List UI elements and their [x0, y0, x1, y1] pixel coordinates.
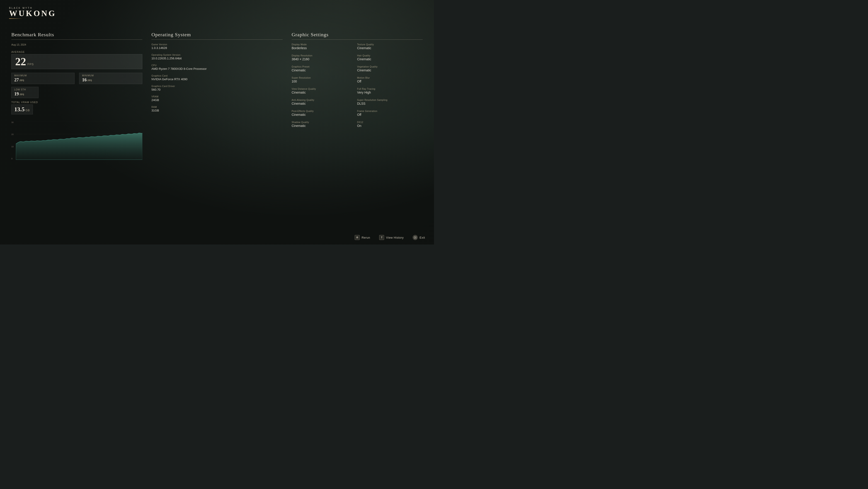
driver-value: 560.70 — [151, 88, 282, 91]
driver-label: Graphics Card Driver — [151, 85, 282, 88]
view-distance-label: View Distance Quality — [292, 88, 353, 90]
dx12-value: On — [357, 124, 418, 128]
average-value: 22 — [15, 56, 26, 67]
super-resolution-item: Super Resolution 100 — [292, 77, 357, 83]
low5th-unit: FPS — [20, 93, 24, 96]
full-ray-tracing-value: Very High — [357, 91, 418, 94]
maximum-label: Maximum — [14, 74, 72, 77]
display-mode-item: Display Mode Borderless — [292, 43, 357, 50]
minimum-unit: FPS — [88, 79, 92, 82]
game-version-label: Game Version — [151, 43, 282, 46]
ram-field: RAM 31GB — [151, 106, 282, 112]
vram-unit: GB — [26, 109, 30, 112]
anti-aliasing-value: Cinematic — [292, 102, 353, 105]
game-version-value: 1.0.3.14628 — [151, 46, 282, 50]
chart-canvas — [16, 121, 142, 160]
shadow-quality-label: Shadow Quality — [292, 121, 353, 123]
texture-quality-value: Cinematic — [357, 46, 418, 50]
vegetation-quality-value: Cinematic — [357, 68, 418, 72]
benchmark-title: Benchmark Results — [11, 32, 142, 40]
minimum-box: Minimum 16 FPS — [79, 73, 142, 84]
vegetation-quality-label: Vegetation Quality — [357, 65, 418, 68]
frame-generation-value: Off — [357, 113, 418, 117]
full-ray-tracing-item: Full Ray Tracing Very High — [357, 88, 423, 94]
benchmark-date: Aug 13, 2024 — [11, 43, 142, 46]
maximum-num: 27 FPS — [14, 77, 72, 83]
view-distance-value: Cinematic — [292, 91, 353, 94]
gpu-label: Graphics Card — [151, 74, 282, 77]
graphics-title: Graphic Settings — [292, 32, 423, 40]
vram-value-os: 24GB — [151, 98, 282, 102]
vram-value: 13.5 — [14, 106, 25, 113]
vegetation-quality-item: Vegetation Quality Cinematic — [357, 65, 423, 72]
os-title: Operating System — [151, 32, 282, 40]
maximum-unit: FPS — [20, 79, 24, 82]
frame-generation-item: Frame Generation Off — [357, 110, 423, 117]
hair-quality-label: Hair Quality — [357, 54, 418, 57]
motion-blur-value: Off — [357, 80, 418, 83]
minimum-num: 16 FPS — [82, 77, 140, 83]
graphics-column: Graphic Settings Display Mode Borderless… — [292, 32, 423, 132]
view-distance-item: View Distance Quality Cinematic — [292, 88, 357, 94]
gpu-value: NVIDIA GeForce RTX 4090 — [151, 78, 282, 81]
graphics-preset-label: Graphics Preset — [292, 65, 353, 68]
post-effects-label: Post-Effects Quality — [292, 110, 353, 113]
cpu-label: CPU — [151, 64, 282, 67]
shadow-quality-item: Shadow Quality Cinematic — [292, 121, 357, 128]
y-label-30: 30 — [11, 121, 15, 123]
anti-aliasing-item: Anti-Aliasing Quality Cinematic — [292, 99, 357, 105]
frame-generation-label: Frame Generation — [357, 110, 418, 113]
display-res-item: Display Resolution 3840 × 2160 — [292, 54, 357, 61]
maximum-box: Maximum 27 FPS — [11, 73, 74, 84]
shadow-quality-value: Cinematic — [292, 124, 353, 128]
hair-quality-value: Cinematic — [357, 57, 418, 61]
settings-grid: Display Mode Borderless Texture Quality … — [292, 43, 423, 132]
display-res-label: Display Resolution — [292, 54, 353, 57]
graphics-preset-value: Cinematic — [292, 68, 353, 72]
motion-blur-item: Motion Blur Off — [357, 77, 423, 83]
display-res-value: 3840 × 2160 — [292, 57, 353, 61]
post-effects-value: Cinematic — [292, 113, 353, 117]
super-resolution-label: Super Resolution — [292, 77, 353, 79]
average-box: 22 FPS — [11, 54, 142, 69]
average-unit: FPS — [27, 63, 34, 66]
y-label-10: 10 — [11, 146, 15, 148]
maximum-value: 27 — [14, 77, 19, 83]
vram-label: Total VRAM Used — [11, 101, 142, 103]
graphics-preset-item: Graphics Preset Cinematic — [292, 65, 357, 72]
average-label: Average — [11, 51, 142, 53]
display-mode-value: Borderless — [292, 46, 353, 50]
os-column: Operating System Game Version 1.0.3.1462… — [151, 32, 282, 116]
low5th-box: Low 5th 19 FPS — [11, 87, 38, 98]
os-version-value: 10.0.22635.1.256.64bit — [151, 57, 282, 60]
cpu-field: CPU AMD Ryzen 7 7800X3D 8-Core Processor — [151, 64, 282, 70]
cpu-value: AMD Ryzen 7 7800X3D 8-Core Processor — [151, 67, 282, 70]
low5th-value: 19 — [14, 91, 19, 96]
super-res-sampling-item: Super Resolution Sampling DLSS — [357, 99, 423, 105]
minimum-label: Minimum — [82, 74, 140, 77]
anti-aliasing-label: Anti-Aliasing Quality — [292, 99, 353, 101]
vram-box: 13.5 GB — [11, 104, 33, 115]
ram-value: 31GB — [151, 109, 282, 112]
max-min-row: Maximum 27 FPS Minimum 16 FPS — [11, 73, 142, 84]
display-mode-label: Display Mode — [292, 43, 353, 46]
super-res-sampling-value: DLSS — [357, 102, 418, 105]
super-resolution-value: 100 — [292, 80, 353, 83]
dx12-label: DX12 — [357, 121, 418, 123]
vram-label-os: VRAM — [151, 95, 282, 98]
low5th-num: 19 FPS — [14, 91, 36, 96]
ram-label: RAM — [151, 106, 282, 108]
game-version-field: Game Version 1.0.3.14628 — [151, 43, 282, 50]
benchmark-column: Benchmark Results Aug 13, 2024 Average 2… — [11, 32, 142, 160]
os-version-field: Operating System Version 10.0.22635.1.25… — [151, 54, 282, 60]
gpu-field: Graphics Card NVIDIA GeForce RTX 4090 — [151, 74, 282, 81]
texture-quality-item: Texture Quality Cinematic — [357, 43, 423, 50]
minimum-value: 16 — [82, 77, 87, 83]
full-ray-tracing-label: Full Ray Tracing — [357, 88, 418, 90]
driver-field: Graphics Card Driver 560.70 — [151, 85, 282, 91]
os-version-label: Operating System Version — [151, 54, 282, 56]
texture-quality-label: Texture Quality — [357, 43, 418, 46]
dx12-item: DX12 On — [357, 121, 423, 128]
low5th-label: Low 5th — [14, 88, 36, 91]
fps-chart: 30 20 10 0 — [11, 121, 142, 160]
